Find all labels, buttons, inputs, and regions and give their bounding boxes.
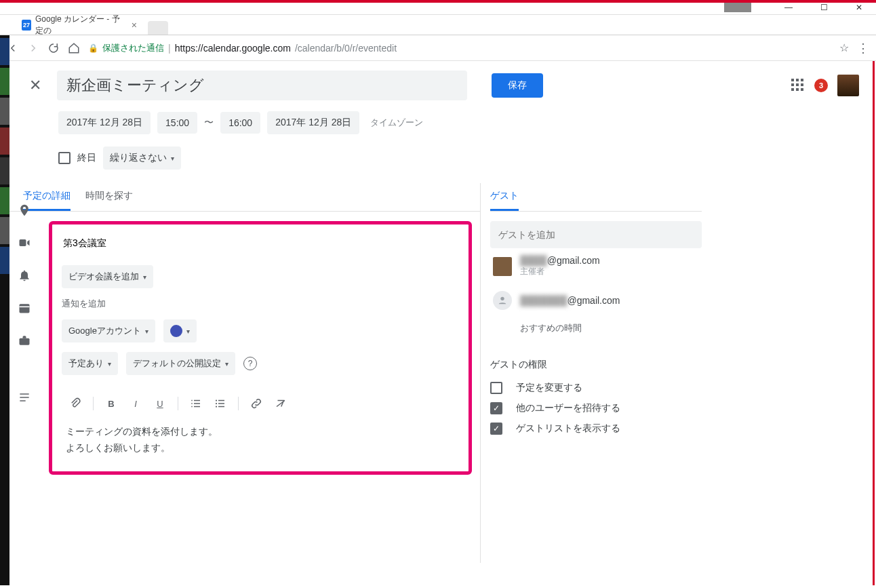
browser-menu-icon[interactable]: ⋮	[857, 41, 869, 56]
add-notification-link[interactable]: 通知を追加	[62, 298, 106, 310]
address-bar[interactable]: 🔒 保護された通信 | https://calendar.google.com/…	[88, 42, 831, 54]
guest-item[interactable]: ████@gmail.com 主催者	[490, 248, 702, 284]
svg-rect-0	[20, 239, 26, 246]
description-textarea[interactable]: ミーティングの資料を添付します。 よろしくお願いします。	[62, 420, 459, 460]
svg-point-6	[500, 297, 504, 300]
svg-rect-1	[20, 304, 30, 313]
perm-seeguests-checkbox[interactable]	[490, 423, 502, 435]
event-title-input[interactable]	[57, 71, 467, 100]
description-toolbar: B I U	[62, 387, 459, 420]
new-tab-button[interactable]	[148, 21, 168, 35]
guest-email-suffix: @gmail.com	[547, 255, 600, 266]
bold-button[interactable]: B	[100, 393, 122, 414]
italic-button[interactable]: I	[125, 393, 146, 414]
browser-tab-strip: 27 Google カレンダー - 予定の ×	[0, 15, 876, 35]
os-title-thumb	[724, 3, 751, 12]
os-taskbar-sliver	[0, 35, 9, 585]
perm-label: ゲストリストを表示する	[516, 423, 620, 435]
video-conf-dropdown[interactable]: ビデオ会議を追加▾	[62, 265, 153, 288]
attach-button[interactable]	[64, 393, 86, 414]
forward-button[interactable]	[27, 42, 39, 54]
briefcase-icon	[18, 334, 31, 347]
svg-point-4	[216, 403, 217, 404]
repeat-dropdown[interactable]: 繰り返さない▾	[103, 146, 181, 170]
guest-item[interactable]: ███████@gmail.com	[490, 284, 702, 317]
guest-role: 主催者	[520, 266, 600, 277]
google-apps-icon[interactable]	[791, 79, 805, 92]
guest-email-suffix: @gmail.com	[567, 295, 620, 306]
underline-button[interactable]: U	[149, 393, 171, 414]
help-icon[interactable]: ?	[243, 357, 257, 370]
numbered-list-button[interactable]	[185, 393, 207, 414]
url-host: https://calendar.google.com	[175, 43, 291, 54]
location-icon	[18, 203, 31, 217]
perm-invite-checkbox[interactable]	[490, 402, 502, 414]
reload-button[interactable]	[47, 42, 60, 54]
svg-point-3	[216, 399, 217, 401]
guest-permissions-heading: ゲストの権限	[490, 359, 702, 371]
add-guest-input[interactable]	[490, 221, 702, 248]
bell-icon	[18, 269, 31, 282]
browser-toolbar: 🔒 保護された通信 | https://calendar.google.com/…	[0, 35, 876, 61]
timezone-link[interactable]: タイムゾーン	[370, 117, 423, 129]
guest-avatar	[493, 257, 512, 276]
visibility-dropdown[interactable]: デフォルトの公開設定▾	[126, 352, 235, 375]
calendar-favicon-icon: 27	[22, 20, 31, 31]
suggested-times-link[interactable]: おすすめの時間	[490, 317, 702, 347]
end-time-field[interactable]: 16:00	[220, 112, 260, 134]
end-date-field[interactable]: 2017年 12月 28日	[267, 111, 359, 134]
browser-tab-title: Google カレンダー - 予定の	[35, 14, 123, 37]
event-color-dropdown[interactable]: ▾	[163, 319, 197, 342]
calendar-account-dropdown[interactable]: Googleアカウント▾	[62, 319, 155, 342]
clear-format-button[interactable]	[270, 393, 292, 414]
bookmark-star-icon[interactable]: ☆	[839, 41, 849, 54]
bulleted-list-button[interactable]	[210, 393, 231, 414]
browser-tab[interactable]: 27 Google カレンダー - 予定の ×	[15, 16, 144, 35]
tab-find-time[interactable]: 時間を探す	[85, 183, 133, 211]
event-details-highlight: ビデオ会議を追加▾ 通知を追加 Googleアカウント▾ ▾ 予定あり▾ デフォ…	[49, 221, 472, 475]
description-icon	[18, 391, 31, 404]
location-input[interactable]	[62, 231, 459, 256]
guest-email-prefix: ████	[520, 255, 547, 266]
detail-icon-column	[18, 203, 31, 404]
allday-checkbox[interactable]	[58, 152, 71, 164]
link-button[interactable]	[245, 393, 267, 414]
busy-status-dropdown[interactable]: 予定あり▾	[62, 352, 118, 375]
tab-close-icon[interactable]: ×	[132, 20, 137, 31]
home-button[interactable]	[68, 42, 80, 54]
svg-rect-2	[20, 338, 30, 345]
url-path: /calendar/b/0/r/eventedit	[295, 43, 397, 54]
calendar-icon	[18, 301, 31, 315]
color-dot-icon	[170, 325, 182, 337]
lock-icon: 🔒	[88, 43, 98, 53]
secure-label: 保護された通信	[102, 42, 164, 54]
description-line: ミーティングの資料を添付します。	[66, 424, 455, 440]
notifications-badge[interactable]: 3	[814, 79, 828, 92]
account-avatar[interactable]	[837, 75, 859, 96]
video-icon	[18, 236, 31, 250]
perm-modify-checkbox[interactable]	[490, 382, 502, 394]
guest-email-prefix: ███████	[520, 295, 567, 306]
start-time-field[interactable]: 15:00	[157, 112, 197, 134]
close-event-button[interactable]: ✕	[23, 73, 47, 98]
allday-label: 終日	[77, 152, 96, 164]
guest-avatar	[493, 291, 512, 310]
perm-label: 予定を変更する	[516, 382, 582, 394]
svg-point-5	[216, 406, 217, 407]
time-dash: 〜	[204, 117, 214, 129]
perm-label: 他のユーザーを招待する	[516, 402, 620, 414]
tab-guests[interactable]: ゲスト	[490, 183, 519, 211]
description-line: よろしくお願いします。	[66, 440, 455, 456]
save-button[interactable]: 保存	[492, 73, 543, 98]
start-date-field[interactable]: 2017年 12月 28日	[58, 111, 151, 134]
